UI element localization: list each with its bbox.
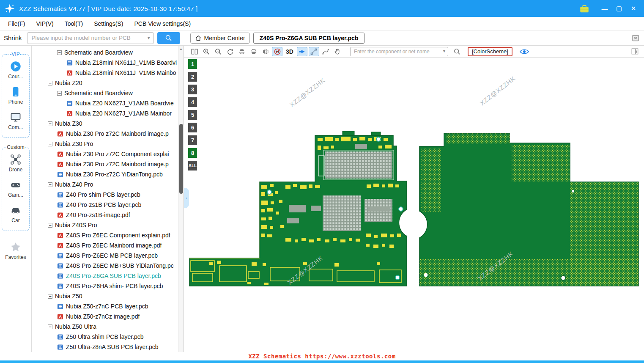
tree-item[interactable]: Z40 Pro shim PCB layer.pcb [32,190,184,200]
tree-item[interactable]: −Nubia Z50 Ultra [32,322,184,332]
model-search-input[interactable] [27,32,154,44]
expander-icon[interactable]: − [48,294,52,299]
pcb-board-image[interactable]: XZZ@XZZHK XZZ@XZZHK XZZ@XZZHK XZZ@XZZHK [184,58,644,352]
tree-item[interactable]: Z40S Pro-Z6EC MB PCB layer.pcb [32,250,184,261]
expander-icon[interactable]: − [57,91,62,96]
tree-item[interactable]: Z40S Pro Z6EC Mainbord image.pdf [32,240,184,250]
component-search-icon[interactable] [453,48,461,55]
scroll-thumb[interactable] [179,124,183,194]
tree-item[interactable]: Z40 Pro-zs1B PCB layer.pcb [32,200,184,210]
tree-item[interactable]: Z50 Ultra-z8nA SUB PCB layer.pcb [32,342,184,352]
tree-item[interactable]: Z40S Pro-Z6EC MB+SUB YiDianTong.pc [32,261,184,271]
expander-icon[interactable]: − [48,142,52,146]
tree-item[interactable]: −Nubia Z20 [32,78,184,88]
layer-button-6[interactable]: 6 [188,123,197,132]
scroll-up-arrow-icon[interactable]: ▲ [178,46,184,52]
tree-scrollbar[interactable]: ▲ [178,46,184,352]
zoom-in-icon[interactable] [201,47,211,56]
layer-button-2[interactable]: 2 [188,72,197,82]
briefcase-icon[interactable] [579,3,590,14]
tree-item-label: Nubia Z30 Pro z72C Component explai [66,151,169,157]
tree-item[interactable]: −Nubia Z40 Pro [32,179,184,190]
diode-direction-icon[interactable] [272,47,282,56]
layer-button-all[interactable]: ALL [188,161,197,170]
colorscheme-button[interactable]: [ColorScheme] [468,47,512,56]
pcb-viewer: 3D ▼ [ColorScheme] 12345678ALL ‹ [184,46,644,352]
close-button[interactable]: ✕ [627,2,640,15]
tree-item[interactable]: Z50 Ultra shim PCB layer.pcb [32,332,184,342]
sidebar-item-drone[interactable]: Drone [2,154,29,173]
sidebar-item-car[interactable]: Car [2,204,29,223]
mirror-icon[interactable] [260,47,271,56]
maximize-button[interactable]: ▢ [613,2,625,15]
tree-item[interactable]: Nubia Z30 Pro z72C Mainbord image.p [32,159,184,169]
layer-button-3[interactable]: 3 [188,85,197,94]
pan-hand-icon[interactable] [332,47,343,56]
shrink-button[interactable]: Shrink [4,34,22,41]
tree-item[interactable]: −Schematic and Boardview [32,88,184,98]
select-arrow-icon[interactable] [297,47,307,56]
tree-item[interactable]: Nubia Z20 NX627J_V1AMB Mainbor [32,108,184,118]
search-button[interactable] [157,32,180,44]
rotate-icon[interactable] [225,47,235,56]
tree-item[interactable]: Nubia Z18mini NX611J_V1MB Boardvi [32,58,184,68]
expander-icon[interactable]: − [48,81,52,85]
component-search-input[interactable] [350,47,448,56]
menu-settings[interactable]: Settings(S) [88,20,129,27]
sidebar-item-game[interactable]: Gam... [2,179,29,198]
tree-item[interactable]: −Nubia Z30 Pro [32,139,184,149]
zoom-out-icon[interactable] [213,47,223,56]
layer-panel-toggle-icon[interactable] [631,47,639,55]
sidebar-item-course[interactable]: Cour... [2,60,29,80]
sidebar-item-favorites[interactable]: Favorites [0,241,31,260]
tree-item[interactable]: Nubia Z20 NX627J_V1AMB Boardvie [32,98,184,108]
menu-tool[interactable]: Tool(T) [59,20,89,27]
visibility-eye-icon[interactable] [520,48,529,55]
layer-button-4[interactable]: 4 [188,97,197,107]
expander-icon[interactable]: − [48,121,52,126]
expander-icon[interactable]: − [57,50,62,55]
tree-item[interactable]: Z40S Pro Z6EC Component explain.pdf [32,230,184,240]
tree-item[interactable]: Nubia Z50-z7nCz image.pdf [32,311,184,322]
layer-button-8[interactable]: 8 [188,148,197,158]
flip-bottom-icon[interactable] [248,47,259,56]
menu-file[interactable]: File(F) [3,20,30,27]
layer-button-7[interactable]: 7 [188,135,197,145]
dropdown-caret-icon[interactable]: ▼ [144,35,151,41]
member-center-button[interactable]: Member Center [190,33,250,44]
tree-item[interactable]: Z40S Pro-Z6GA SUB PCB layer.pcb [32,271,184,281]
tree-item[interactable]: −Nubia Z50 [32,291,184,301]
tree-item[interactable]: Nubia Z18mini NX611J_V1MB Mainbo [32,68,184,78]
curve-icon[interactable] [321,47,331,56]
pdf-file-icon [57,212,63,218]
tree-item[interactable]: Nubia Z50-z7nC PCB layer.pcb [32,301,184,311]
expander-icon[interactable]: − [48,324,52,329]
minimize-button[interactable]: — [598,2,611,15]
view-3d-button[interactable]: 3D [286,48,293,55]
sidebar-item-computer[interactable]: Com... [2,111,29,130]
measure-icon[interactable] [309,47,319,56]
tab-active-document[interactable]: Z40S Pro-Z6GA SUB PCB layer.pcb [253,33,365,44]
pcb-canvas[interactable]: 12345678ALL ‹ [184,58,644,352]
menu-pcb-view-settings[interactable]: PCB View settings(S) [129,20,196,27]
tree-item[interactable]: Nubia Z30 Pro z72C Mainbord image.p [32,129,184,139]
tree-item[interactable]: −Nubia Z30 [32,118,184,129]
layer-button-5[interactable]: 5 [188,110,197,120]
dropdown-caret-icon[interactable]: ▼ [440,49,446,54]
tree-item[interactable]: Z40 Pro-zs1B-image.pdf [32,210,184,220]
sidebar-item-phone[interactable]: Phone [2,86,29,105]
collapse-tree-handle[interactable]: ‹ [184,188,189,208]
tree-item[interactable]: Nubia Z30 Pro-z72C YiDianTong.pcb [32,169,184,179]
status-link[interactable]: XZZ Schematics https://www.xzztools.com [248,353,395,360]
tree-item[interactable]: Z40S Pro-Z6HA shim- PCB layer.pcb [32,281,184,291]
tree-item[interactable]: Nubia Z30 Pro z72C Component explai [32,149,184,159]
close-file-panel-icon[interactable] [631,34,640,42]
flip-top-icon[interactable] [236,47,247,56]
tree-item[interactable]: −Schematic and Boardview [32,47,184,58]
menu-vip[interactable]: VIP(V) [30,20,59,27]
tree-item[interactable]: −Nubia Z40S Pro [32,220,184,230]
expander-icon[interactable]: − [48,182,52,187]
layer-button-1[interactable]: 1 [188,59,197,69]
split-view-icon[interactable] [189,47,200,56]
expander-icon[interactable]: − [48,223,52,228]
